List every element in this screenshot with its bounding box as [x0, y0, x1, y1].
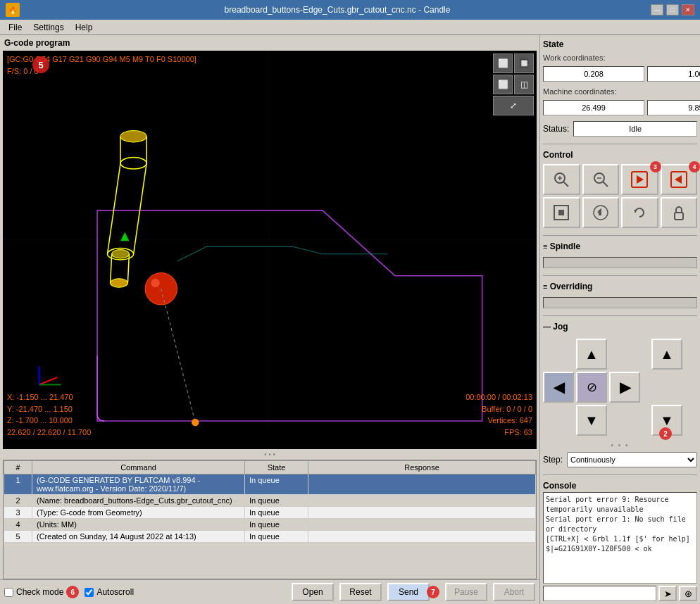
minimize-button[interactable]: —	[651, 4, 663, 15]
viewport-coords-right: 00:00:00 / 00:02:13 Buffer: 0 / 0 / 0 Ve…	[465, 391, 532, 438]
svg-line-27	[603, 182, 608, 187]
table-row[interactable]: 2 (Name: breadboard_buttons-Edge_Cuts.gb…	[4, 495, 536, 507]
vp-btn-cube1[interactable]: ⬜	[493, 54, 513, 73]
svg-point-15	[151, 279, 159, 287]
menu-file[interactable]: File	[3, 21, 27, 34]
overriding-section-header: ≡ Overriding	[543, 280, 697, 293]
ctrl3-badge: 3	[650, 161, 661, 172]
reset-button[interactable]: Reset	[339, 583, 382, 601]
window-controls: — □ ✕	[651, 4, 694, 15]
spindle-section-header: ≡ Spindle	[543, 240, 697, 253]
work-y-input[interactable]	[647, 66, 700, 82]
svg-rect-37	[675, 213, 683, 220]
ctrl-zoom-fit[interactable]	[543, 164, 580, 195]
autoscroll-label: Autoscroll	[85, 587, 134, 597]
ctrl-lock[interactable]	[661, 197, 698, 228]
maximize-button[interactable]: □	[666, 4, 679, 15]
vp-btn-cube3[interactable]: ⬜	[493, 75, 513, 94]
app-icon: 🔥	[6, 3, 20, 17]
control-grid: 3 4	[543, 164, 697, 228]
ctrl-reset[interactable]	[621, 197, 658, 228]
jog-empty-bl	[543, 405, 574, 436]
jog-center[interactable]: ⊘	[576, 372, 607, 403]
pause-button[interactable]: Pause	[445, 583, 487, 601]
viewport-controls: ⬜ 🔲 ⬜ ◫ ⤢	[493, 54, 534, 115]
ctrl-select[interactable]	[543, 197, 580, 228]
svg-point-13	[111, 279, 128, 287]
svg-point-18	[192, 419, 199, 426]
jog-right[interactable]: ▶	[609, 372, 640, 403]
work-coords-group	[543, 66, 697, 82]
table-row[interactable]: 1 (G-CODE GENERATED BY FLATCAM v8.994 - …	[4, 474, 536, 495]
ctrl-run[interactable]	[582, 197, 620, 228]
send-button[interactable]: Send	[387, 583, 430, 601]
row-response	[308, 495, 536, 507]
table-row[interactable]: 3 (Type: G-code from Geometry) In queue	[4, 507, 536, 519]
title-bar: 🔥 breadboard_buttons-Edge_Cuts.gbr_cutou…	[0, 0, 700, 20]
table-row[interactable]: 4 (Units: MM) In queue	[4, 519, 536, 531]
machine-coords-label: Machine coordinates:	[543, 87, 697, 96]
col-header-command: Command	[32, 461, 245, 474]
table-row[interactable]: 5 (Created on Sunday, 14 August 2022 at …	[4, 531, 536, 543]
vp-btn-cube2[interactable]: 🔲	[514, 54, 534, 73]
control-section-header: Control	[543, 149, 697, 161]
jog-up[interactable]: ▲	[576, 339, 607, 370]
main-layout: G-code program 5 [GC:G0 G54 G17 G21 G90 …	[0, 35, 700, 604]
abort-button[interactable]: Abort	[493, 583, 535, 601]
command-rows: 1 (G-CODE GENERATED BY FLATCAM v8.994 - …	[4, 474, 536, 543]
divider-1	[543, 144, 697, 144]
console-send-btn[interactable]: ➤	[658, 586, 677, 601]
ctrl-4[interactable]: 4	[661, 164, 698, 195]
ctrl-3[interactable]: 3	[621, 164, 658, 195]
ctrl-zoom-in[interactable]	[582, 164, 620, 195]
spindle-slider[interactable]	[543, 257, 697, 268]
overriding-slider[interactable]	[543, 297, 697, 308]
viewport-coords-left: X: -1.150 ... 21.470 Y: -21.470 ... 1.15…	[7, 391, 91, 438]
step-row: Step: Continuously0.0010.010.1110100	[543, 452, 697, 467]
vp-btn-expand[interactable]: ⤢	[493, 96, 534, 115]
jog-z-column: ▲ ▼	[651, 339, 682, 436]
badge-5: 5	[32, 56, 49, 73]
viewport[interactable]: 5 [GC:G0 G54 G17 G21 G90 G94 M5 M9 T0 F0…	[3, 51, 537, 449]
mach-x-input[interactable]	[543, 100, 644, 115]
console-clear-btn[interactable]: ⊛	[679, 586, 697, 601]
open-button[interactable]: Open	[292, 583, 334, 601]
console-section: Console Serial port error 9: Resource te…	[543, 479, 697, 601]
jog-left[interactable]: ◀	[543, 372, 574, 403]
command-table-scroll[interactable]: # Command State Response 1 (G-CODE GENER…	[4, 460, 536, 579]
state-section-header: State	[543, 38, 697, 51]
mach-y-input[interactable]	[647, 100, 700, 115]
menu-settings[interactable]: Settings	[27, 21, 69, 34]
badge-2: 2	[659, 427, 672, 440]
menu-help[interactable]: Help	[70, 21, 99, 34]
console-input[interactable]	[543, 586, 656, 601]
jog-down[interactable]: ▼	[576, 405, 607, 436]
divider-2	[543, 235, 697, 236]
autoscroll-checkbox[interactable]	[85, 588, 94, 597]
divider-5	[543, 474, 697, 475]
console-input-row: ➤ ⊛	[543, 586, 697, 601]
row-command: (G-CODE GENERATED BY FLATCAM v8.994 - ww…	[32, 474, 245, 495]
row-command: (Name: breadboard_buttons-Edge_Cuts.gbr_…	[32, 495, 245, 507]
row-response	[308, 507, 536, 519]
vp-btn-cube4[interactable]: ◫	[514, 75, 534, 94]
jog-spacer	[644, 339, 647, 436]
console-output[interactable]: Serial port error 9: Resource temporaril…	[543, 492, 697, 584]
3d-scene	[3, 51, 537, 428]
check-mode-checkbox[interactable]	[4, 588, 13, 597]
row-state: In queue	[245, 519, 308, 531]
svg-marker-32	[675, 175, 682, 184]
console-section-header: Console	[543, 479, 697, 492]
step-select[interactable]: Continuously0.0010.010.1110100	[567, 452, 697, 467]
time-info: 00:00:00 / 00:02:13	[465, 391, 532, 403]
vertices-info: Vertices: 647	[465, 415, 532, 427]
command-table-container: # Command State Response 1 (G-CODE GENER…	[3, 460, 537, 579]
jog-z-up[interactable]: ▲	[651, 339, 682, 370]
col-header-state: State	[245, 461, 308, 474]
work-x-input[interactable]	[543, 66, 644, 82]
row-num: 2	[4, 495, 32, 507]
close-button[interactable]: ✕	[682, 4, 694, 15]
row-command: (Created on Sunday, 14 August 2022 at 14…	[32, 531, 245, 543]
col-header-num: #	[4, 461, 32, 474]
status-value: Idle	[573, 121, 697, 137]
